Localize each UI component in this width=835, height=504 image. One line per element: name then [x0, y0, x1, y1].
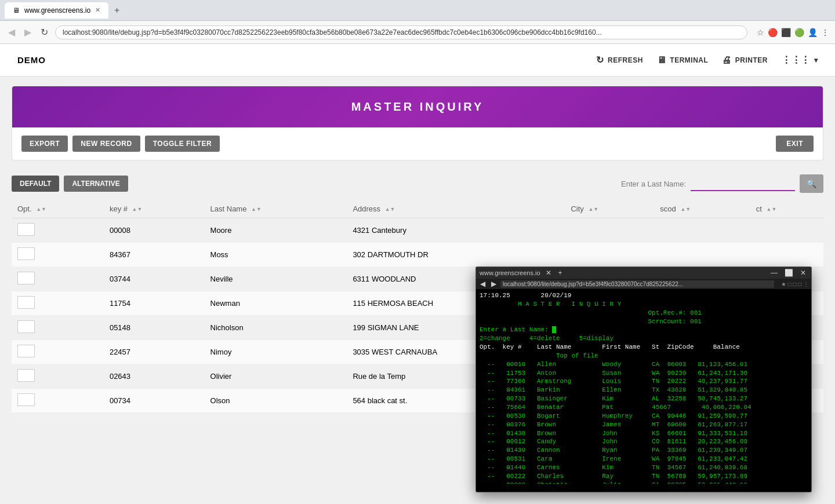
card-title: MASTER INQUIRY	[26, 100, 809, 114]
table-row: 84367 Moss 302 DARTMOUTH DR	[12, 243, 823, 267]
cell-key: 22457	[104, 340, 205, 364]
terminal-nav: ◀ ▶ localhost:9080/lite/debug.jsp?d=b5e3…	[476, 279, 811, 289]
refresh-icon: ↻	[596, 54, 604, 65]
cell-key: 00734	[104, 389, 205, 413]
toggle-filter-button[interactable]: TOGGLE FILTER	[145, 136, 220, 152]
sort-arrows-opt[interactable]: ▲▼	[36, 207, 46, 212]
terminal-data-row: -- 00376 Brown James MT 60600 61,263,877…	[480, 421, 808, 422]
sort-arrows-address[interactable]: ▲▼	[385, 207, 395, 212]
cell-opt	[12, 267, 104, 291]
search-input[interactable]	[691, 177, 795, 191]
terminal-minimize-button[interactable]: —	[769, 269, 779, 277]
col-opt-label: Opt.	[17, 204, 32, 213]
app-title: DEMO	[17, 55, 46, 65]
cell-opt	[12, 364, 104, 389]
col-lastname: Last Name ▲▼	[205, 200, 347, 218]
terminal-data-row: -- 00530 Bogart Humphrey CA 90446 91,259…	[480, 412, 808, 421]
terminal-window-close-button[interactable]: ✕	[798, 269, 808, 277]
browser-nav: ◀ ▶ ↻ localhost:9080/lite/debug.jsp?d=b5…	[0, 21, 835, 44]
terminal-data-row: -- 77366 Armstrong Louis TN 20222 40,237…	[480, 377, 808, 386]
opt-checkbox[interactable]	[17, 223, 35, 236]
col-city-label: City	[571, 204, 583, 213]
terminal-tab-title: www.greenscreens.io	[480, 269, 540, 276]
tab-close-button[interactable]: ✕	[95, 6, 100, 14]
opt-checkbox[interactable]	[17, 296, 35, 309]
profile-icon[interactable]: 👤	[808, 28, 818, 37]
cell-opt	[12, 340, 104, 364]
browser-chrome: 🖥 www.greenscreens.io ✕ +	[0, 0, 835, 21]
export-button[interactable]: EXPORT	[21, 136, 68, 152]
extension3-icon[interactable]: 🟢	[794, 28, 804, 37]
terminal-nav-back[interactable]: ◀	[478, 280, 487, 288]
new-tab-button[interactable]: +	[112, 5, 122, 16]
sort-arrows-city[interactable]: ▲▼	[588, 207, 598, 212]
monitor-icon: 🖥	[13, 6, 20, 14]
app-header: DEMO ↻ REFRESH 🖥 TERMINAL 🖨 PRINTER ⋮⋮⋮ …	[0, 44, 835, 76]
printer-button[interactable]: 🖨 PRINTER	[722, 55, 768, 65]
cell-lastname: Nimoy	[205, 340, 347, 364]
extension2-icon[interactable]: ⬛	[781, 28, 791, 37]
terminal-rows: -- 00010 Allen Woody CA 96003 81,123,456…	[480, 360, 808, 422]
nav-refresh-button[interactable]: ↻	[38, 25, 50, 39]
terminal-maximize-button[interactable]: ⬜	[783, 269, 795, 277]
terminal-button[interactable]: 🖥 TERMINAL	[657, 55, 709, 65]
col-scod-label: scod	[660, 204, 676, 213]
opt-checkbox[interactable]	[17, 320, 35, 333]
terminal-data-row: -- 75664 Benatar Pat 45667 40,006,220.04	[480, 403, 808, 412]
sort-arrows-key[interactable]: ▲▼	[132, 207, 143, 212]
apps-arrow: ▾	[814, 56, 818, 64]
cell-scod	[654, 243, 750, 267]
cell-lastname: Moss	[205, 243, 347, 267]
refresh-label: REFRESH	[608, 56, 643, 64]
col-lastname-label: Last Name	[210, 204, 247, 213]
search-button[interactable]: 🔍	[800, 174, 823, 193]
sort-arrows-lastname[interactable]: ▲▼	[251, 207, 262, 212]
cell-scod	[654, 218, 750, 243]
terminal-close-tab-button[interactable]: ✕	[544, 269, 553, 277]
sort-arrows-scod[interactable]: ▲▼	[680, 207, 691, 212]
browser-tab[interactable]: 🖥 www.greenscreens.io ✕	[5, 2, 108, 19]
table-row: 00008 Moore 4321 Cantebury	[12, 218, 823, 243]
cell-address: 4321 Cantebury	[347, 218, 565, 243]
bookmark-icon[interactable]: ☆	[757, 28, 764, 37]
cell-city	[565, 243, 654, 267]
default-view-button[interactable]: DEFAULT	[12, 176, 59, 192]
col-key-label: key #	[110, 204, 128, 213]
nav-forward-button[interactable]: ▶	[22, 25, 34, 39]
card-toolbar: EXPORT NEW RECORD TOGGLE FILTER EXIT	[12, 127, 823, 160]
cell-address: 302 DARTMOUTH DR	[347, 243, 565, 267]
terminal-new-tab-button[interactable]: +	[557, 269, 564, 277]
opt-checkbox[interactable]	[17, 369, 35, 382]
refresh-button[interactable]: ↻ REFRESH	[596, 54, 642, 65]
cell-opt	[12, 291, 104, 316]
search-label: Enter a Last Name:	[621, 180, 686, 188]
terminal-nav-icons: ★ □ □ □ ⋮	[781, 281, 809, 287]
alternative-view-button[interactable]: ALTERNATIVE	[64, 176, 128, 192]
opt-checkbox[interactable]	[17, 345, 35, 357]
exit-button[interactable]: EXIT	[776, 136, 814, 152]
terminal-overlay: www.greenscreens.io ✕ + — ⬜ ✕ ◀ ▶ localh…	[475, 266, 812, 422]
opt-checkbox[interactable]	[17, 247, 35, 260]
new-record-button[interactable]: NEW RECORD	[72, 136, 140, 152]
terminal-data-row: -- 11753 Anton Susan WA 90230 61,243,171…	[480, 369, 808, 378]
search-icon: 🔍	[807, 179, 816, 188]
terminal-body: 17:10.25 20/02/19 M A S T E R I N Q U I …	[476, 289, 811, 422]
terminal-opt-count: Opt.Rec.#: 001	[480, 309, 808, 317]
terminal-nav-forward[interactable]: ▶	[489, 280, 498, 288]
cell-city	[565, 218, 654, 243]
terminal-label: TERMINAL	[670, 56, 708, 64]
opt-checkbox[interactable]	[17, 272, 35, 284]
extension-icon[interactable]: 🔴	[768, 28, 778, 37]
address-bar[interactable]: localhost:9080/lite/debug.jsp?d=b5e3f4f9…	[55, 25, 747, 39]
cell-key: 03744	[104, 267, 205, 291]
apps-button[interactable]: ⋮⋮⋮ ▾	[782, 54, 818, 65]
col-ct: ct ▲▼	[750, 200, 823, 218]
col-address: Address ▲▼	[347, 200, 565, 218]
menu-icon[interactable]: ⋮	[821, 28, 829, 37]
col-key: key # ▲▼	[104, 200, 205, 218]
opt-checkbox[interactable]	[17, 393, 35, 406]
nav-back-button[interactable]: ◀	[6, 25, 17, 39]
terminal-prompt: Enter a Last Name:	[480, 326, 808, 334]
sort-arrows-ct[interactable]: ▲▼	[767, 207, 777, 212]
col-address-label: Address	[353, 204, 380, 213]
